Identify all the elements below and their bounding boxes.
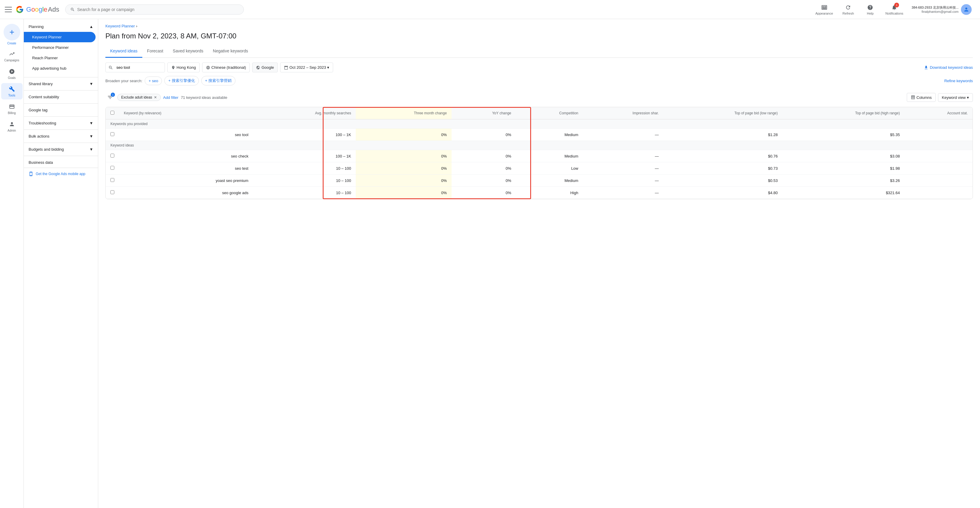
google-ads-wordmark: Google Ads [26, 6, 59, 13]
broaden-chip-cn2[interactable]: + 搜索引擎營銷 [201, 76, 235, 86]
nav-section-business-data-header[interactable]: Business data [24, 157, 98, 168]
exclude-adult-chip[interactable]: Exclude adult ideas ✕ [117, 94, 161, 101]
account-number: 384-683-2933 北京快用云科技... [912, 5, 959, 10]
avatar[interactable] [961, 4, 972, 15]
help-icon [867, 4, 874, 11]
th-keyword: Keyword (by relevance) [119, 107, 253, 119]
refine-keywords-link[interactable]: Refine keywords [944, 79, 973, 83]
app-layout: Create Campaigns Goals Tools Billing [0, 19, 980, 508]
nav-section-google-tag-header[interactable]: Google tag [24, 105, 98, 115]
table-row: seo google ads 10 – 100 0% 0% High — $4.… [106, 187, 972, 199]
tabs: Keyword ideas Forecast Saved keywords Ne… [105, 45, 973, 58]
download-icon [924, 65, 929, 70]
keywords-table-wrapper: Keyword (by relevance) Avg. monthly sear… [105, 107, 973, 199]
th-checkbox [106, 107, 119, 119]
add-filter-button[interactable]: Add filter [163, 95, 178, 100]
section-row-ideas: Keyword ideas [106, 141, 972, 150]
broaden-chip-seo[interactable]: + seo [145, 76, 162, 85]
table-row: seo test 10 – 100 0% 0% Low — $0.73 $1.9… [106, 162, 972, 175]
sidebar-item-admin[interactable]: Admin [1, 118, 22, 135]
appearance-icon [821, 4, 828, 11]
tab-negative-keywords[interactable]: Negative keywords [208, 45, 253, 58]
download-keyword-ideas-button[interactable]: Download keyword ideas [924, 65, 973, 70]
filter-bar: Hong Kong Chinese (traditional) Google O… [105, 62, 973, 72]
competition-cell: Medium [516, 129, 583, 141]
sidebar: Create Campaigns Goals Tools Billing [0, 19, 24, 508]
appearance-button[interactable]: Appearance [812, 2, 837, 17]
admin-label: Admin [8, 129, 16, 132]
refresh-icon [845, 4, 852, 11]
breadcrumb-keyword-planner[interactable]: Keyword Planner [105, 24, 135, 28]
top-bid-high-cell: $5.35 [782, 129, 904, 141]
bulk-actions-chevron-icon: ▼ [89, 134, 93, 139]
columns-button[interactable]: Columns [907, 93, 935, 102]
exclude-adult-label: Exclude adult ideas [121, 95, 152, 99]
tab-keyword-ideas[interactable]: Keyword ideas [105, 45, 142, 58]
tab-forecast[interactable]: Forecast [142, 45, 168, 58]
keyword-view-button[interactable]: Keyword view ▾ [938, 93, 973, 102]
broaden-search-bar: Broaden your search: + seo + 搜索引擎優化 + 搜索… [105, 76, 973, 86]
notification-badge: 1 [894, 3, 899, 8]
campaigns-icon [8, 50, 16, 57]
admin-icon [8, 121, 16, 128]
account-info[interactable]: 384-683-2933 北京快用云科技... finalphantom@gma… [908, 2, 975, 17]
tab-saved-keywords[interactable]: Saved keywords [168, 45, 208, 58]
notifications-button[interactable]: 1 Notifications [882, 2, 907, 17]
keyword-view-chevron-icon: ▾ [967, 95, 969, 100]
global-search-input[interactable] [77, 7, 239, 12]
keyword-search-input[interactable] [105, 62, 165, 72]
header-actions: Appearance Refresh Help 1 Notifications … [812, 2, 975, 17]
section-row-provided: Keywords you provided [106, 119, 972, 129]
exclude-adult-close-icon[interactable]: ✕ [154, 95, 157, 99]
row-checkbox[interactable] [110, 166, 114, 170]
row-checkbox[interactable] [110, 190, 114, 194]
nav-item-app-advertising[interactable]: App advertising hub [24, 63, 95, 73]
create-label: Create [7, 42, 16, 45]
mobile-app-link[interactable]: Get the Google Ads mobile app [24, 168, 98, 180]
filter-icon-button[interactable]: 1 [105, 92, 115, 102]
refresh-label: Refresh [842, 12, 854, 15]
location-filter[interactable]: Hong Kong [167, 62, 200, 72]
refresh-button[interactable]: Refresh [838, 2, 859, 17]
page-title: Plan from Nov 2, 2023, 8 AM, GMT-07:00 [105, 32, 973, 40]
nav-section-planning: Planning ▲ Keyword Planner Performance P… [24, 19, 98, 76]
date-range-value: Oct 2022 – Sep 2023 [290, 65, 326, 70]
keyword-cell: seo tool [119, 129, 253, 141]
global-search-bar[interactable] [65, 5, 244, 14]
logo: Google Ads [16, 5, 59, 14]
th-account-status: Account stat. [905, 107, 972, 119]
keyword-search-icon [108, 65, 113, 70]
help-button[interactable]: Help [860, 2, 881, 17]
sidebar-item-billing[interactable]: Billing [1, 100, 22, 117]
row-checkbox[interactable] [110, 132, 114, 136]
create-button[interactable] [3, 24, 20, 40]
tools-label: Tools [8, 94, 15, 97]
sidebar-item-tools[interactable]: Tools [1, 83, 22, 99]
network-filter[interactable]: Google [252, 62, 278, 72]
nav-section-troubleshooting-header[interactable]: Troubleshooting ▼ [24, 118, 98, 128]
nav-item-reach-planner[interactable]: Reach Planner [24, 53, 95, 63]
keyword-cell: seo test [119, 162, 253, 175]
row-checkbox[interactable] [110, 154, 114, 158]
date-chevron-icon: ▾ [327, 65, 329, 70]
nav-section-bulk-actions-header[interactable]: Bulk actions ▼ [24, 131, 98, 142]
nav-section-budgets-bidding-header[interactable]: Budgets and bidding ▼ [24, 144, 98, 154]
nav-section-content-suitability-header[interactable]: Content suitability [24, 92, 98, 102]
mobile-app-label: Get the Google Ads mobile app [36, 172, 86, 176]
language-filter[interactable]: Chinese (traditional) [202, 62, 250, 72]
nav-item-keyword-planner[interactable]: Keyword Planner [24, 32, 95, 42]
hamburger-menu[interactable] [5, 6, 12, 13]
row-checkbox[interactable] [110, 178, 114, 182]
sidebar-item-goals[interactable]: Goals [1, 65, 22, 82]
language-icon [206, 65, 210, 70]
select-all-checkbox[interactable] [110, 111, 114, 115]
th-yoy: YoY change [452, 107, 516, 119]
date-range-filter[interactable]: Oct 2022 – Sep 2023 ▾ [280, 62, 333, 72]
breadcrumb: Keyword Planner › [105, 24, 973, 28]
keyword-cell: yoast seo premium [119, 175, 253, 187]
nav-item-performance-planner[interactable]: Performance Planner [24, 42, 95, 53]
nav-section-shared-library-header[interactable]: Shared library ▼ [24, 79, 98, 89]
broaden-chip-cn1[interactable]: + 搜索引擎優化 [164, 76, 199, 86]
nav-section-planning-header[interactable]: Planning ▲ [24, 21, 98, 32]
sidebar-item-campaigns[interactable]: Campaigns [1, 48, 22, 64]
